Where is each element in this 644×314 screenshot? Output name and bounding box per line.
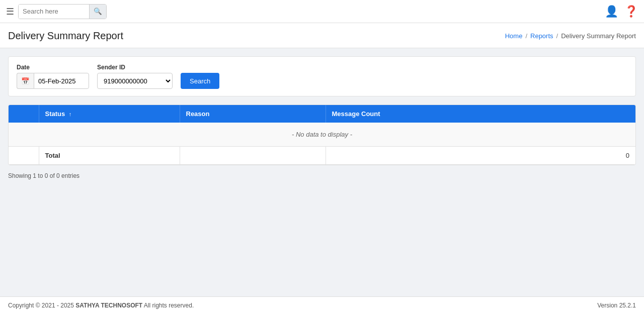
total-label-cell: Total: [39, 147, 180, 165]
total-reason-cell: [180, 147, 326, 165]
search-input[interactable]: [19, 5, 89, 19]
footer-copyright-text: Copyright © 2021 - 2025: [8, 302, 75, 309]
breadcrumb-sep-2: /: [556, 32, 558, 40]
status-col-label: Status: [45, 110, 65, 118]
sender-filter-group: Sender ID 919000000000: [97, 64, 173, 89]
col-header-reason: Reason: [180, 105, 326, 123]
help-icon[interactable]: ❓: [624, 5, 638, 18]
showing-text: Showing 1 to 0 of 0 entries: [8, 170, 636, 181]
table-header-row: Status ↑ Reason Message Count: [9, 105, 635, 123]
total-check-cell: [9, 147, 39, 165]
date-input[interactable]: [34, 73, 89, 89]
no-data-row: - No data to display -: [9, 123, 635, 147]
breadcrumb: Home / Reports / Delivery Summary Report: [505, 32, 636, 40]
topnav-right: 👤 ❓: [605, 5, 638, 18]
topnav-left: ☰ 🔍: [6, 4, 600, 19]
total-count-cell: 0: [326, 147, 635, 165]
date-input-row: 📅: [17, 73, 89, 89]
breadcrumb-current: Delivery Summary Report: [561, 32, 636, 40]
footer: Copyright © 2021 - 2025 SATHYA TECHNOSOF…: [0, 296, 644, 314]
breadcrumb-home[interactable]: Home: [505, 32, 523, 40]
user-icon[interactable]: 👤: [605, 5, 618, 18]
search-submit-button[interactable]: 🔍: [89, 5, 106, 19]
page-header: Delivery Summary Report Home / Reports /…: [0, 23, 644, 48]
sender-label: Sender ID: [97, 64, 173, 71]
search-icon: 🔍: [94, 8, 102, 15]
sender-select[interactable]: 919000000000: [97, 73, 173, 89]
filter-section: Date 📅 Sender ID 919000000000 Search: [8, 56, 636, 96]
footer-copyright: Copyright © 2021 - 2025 SATHYA TECHNOSOF…: [8, 302, 194, 309]
search-button[interactable]: Search: [181, 73, 219, 89]
footer-rights: All rights reserved.: [142, 302, 194, 309]
date-label: Date: [17, 64, 89, 71]
main-content: Date 📅 Sender ID 919000000000 Search: [0, 48, 644, 296]
calendar-icon: 📅: [21, 77, 30, 85]
col-header-check: [9, 105, 39, 123]
table-section: Status ↑ Reason Message Count - No data …: [8, 104, 636, 165]
no-data-cell: - No data to display -: [9, 123, 635, 147]
search-wrapper: 🔍: [18, 4, 107, 19]
sort-icon: ↑: [69, 111, 72, 117]
date-filter-group: Date 📅: [17, 64, 89, 89]
col-header-message-count: Message Count: [326, 105, 635, 123]
page-title: Delivery Summary Report: [8, 30, 123, 42]
col-header-status[interactable]: Status ↑: [39, 105, 180, 123]
data-table: Status ↑ Reason Message Count - No data …: [9, 105, 635, 165]
top-navigation: ☰ 🔍 👤 ❓: [0, 0, 644, 23]
footer-version: Version 25.2.1: [597, 302, 636, 309]
total-row: Total 0: [9, 147, 635, 165]
date-picker-button[interactable]: 📅: [17, 73, 34, 89]
breadcrumb-reports[interactable]: Reports: [530, 32, 553, 40]
filter-row: Date 📅 Sender ID 919000000000 Search: [17, 64, 627, 89]
footer-brand: SATHYA TECHNOSOFT: [75, 302, 142, 309]
hamburger-icon[interactable]: ☰: [6, 6, 14, 17]
breadcrumb-sep-1: /: [525, 32, 527, 40]
